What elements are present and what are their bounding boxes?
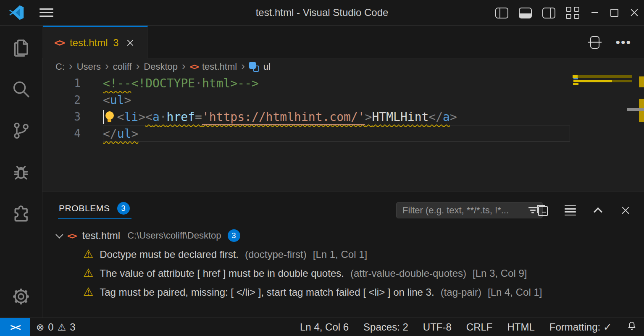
toggle-panel-icon[interactable] (519, 8, 532, 18)
formatting-label: Formatting: (549, 321, 600, 333)
close-panel-icon[interactable] (619, 204, 632, 217)
problems-tab-label: PROBLEMS (59, 203, 110, 213)
remote-indicator[interactable]: >< (0, 318, 30, 336)
lightbulb-icon[interactable] (105, 110, 114, 123)
close-window-button[interactable] (624, 0, 644, 25)
whitespace-dot: · (195, 76, 202, 90)
split-editor-icon[interactable] (590, 36, 599, 49)
run-debug-icon[interactable] (0, 158, 42, 188)
maximize-button[interactable] (605, 0, 624, 25)
problems-count-badge: 3 (117, 202, 130, 215)
editor-tab-strip: <> test.html 3 ••• (42, 26, 644, 59)
problem-row-1[interactable]: ⚠ Doctype must be declared first. (docty… (83, 245, 367, 264)
encoding-item[interactable]: UTF-8 (423, 321, 452, 333)
code-line-4[interactable]: 4 </ul> (42, 125, 644, 142)
minimap[interactable] (573, 74, 632, 129)
breadcrumb-separator: › (241, 60, 245, 73)
panel-tab-problems[interactable]: PROBLEMS 3 (59, 202, 130, 215)
code-line-1[interactable]: 1 <!--<!DOCTYPE·html>--> (42, 75, 644, 92)
toggle-primary-sidebar-icon[interactable] (495, 8, 508, 18)
tab-label: test.html (70, 37, 108, 49)
customize-layout-icon[interactable] (566, 7, 580, 19)
explorer-icon[interactable] (0, 32, 42, 63)
breadcrumb: C: › Users › coliff › Desktop › <> test.… (42, 59, 644, 75)
breadcrumb-users[interactable]: Users (77, 61, 101, 72)
line-number: 3 (42, 110, 81, 123)
menu-hamburger-icon[interactable] (39, 8, 55, 18)
problem-location: [Ln 1, Col 1] (313, 249, 367, 260)
code-line-3[interactable]: 3 <li><a·href='https://htmlhint.com/'>HT… (42, 108, 644, 125)
problem-row-2[interactable]: ⚠ The value of attribute [ href ] must b… (83, 264, 527, 283)
problem-code: (tag-pair) (441, 286, 481, 298)
code-editor[interactable]: 1 <!--<!DOCTYPE·html>--> 2 <ul> 3 <li><a… (42, 75, 644, 191)
extensions-icon[interactable] (0, 199, 42, 229)
problem-message: The value of attribute [ href ] must be … (100, 268, 344, 279)
chevron-down-icon[interactable] (55, 231, 63, 238)
error-circle-icon: ⊗ (36, 322, 44, 333)
source-control-icon[interactable] (0, 116, 42, 146)
indentation-item[interactable]: Spaces: 2 (363, 321, 408, 333)
breadcrumb-desktop[interactable]: Desktop (144, 61, 178, 72)
problem-location: [Ln 3, Col 9] (473, 268, 527, 279)
vscode-window: test.html - Visual Studio Code (0, 0, 644, 336)
code-token: < (103, 93, 110, 107)
code-link-token[interactable]: 'https://htmlhint.com/' (202, 110, 365, 124)
window-title: test.html - Visual Studio Code (256, 7, 389, 18)
minimize-button[interactable] (585, 0, 605, 25)
problem-location: [Ln 4, Col 1] (488, 286, 542, 298)
problem-message: Doctype must be declared first. (100, 249, 239, 260)
view-as-table-icon[interactable] (563, 204, 577, 217)
more-actions-icon[interactable]: ••• (615, 40, 631, 45)
code-token: </ (103, 127, 117, 141)
problems-panel: PROBLEMS 3 <> test.html C:\Users\coliff\… (42, 191, 644, 318)
code-token: HTMLHint (372, 110, 429, 124)
formatting-item[interactable]: Formatting: ✓ (549, 321, 612, 333)
html-file-icon: <> (54, 37, 64, 49)
breadcrumb-separator: › (69, 60, 73, 73)
line-number: 4 (42, 127, 81, 140)
breadcrumb-drive[interactable]: C: (55, 61, 65, 72)
tab-close-icon[interactable] (127, 39, 134, 47)
status-bar: >< ⊗ 0 ⚠ 3 Ln 4, Col 6 Spaces: 2 UTF-8 C… (0, 318, 644, 336)
problems-status-item[interactable]: ⊗ 0 ⚠ 3 (36, 318, 76, 336)
breadcrumb-coliff[interactable]: coliff (113, 61, 132, 72)
settings-gear-icon[interactable] (0, 281, 42, 312)
collapse-all-icon[interactable] (536, 204, 549, 217)
toggle-secondary-sidebar-icon[interactable] (542, 8, 555, 18)
editor-actions: ••• (590, 26, 631, 59)
symbol-element-icon (249, 62, 259, 72)
notifications-bell-icon[interactable] (626, 320, 637, 334)
panel-actions (536, 203, 632, 218)
problems-file-name: test.html (82, 230, 121, 242)
search-icon[interactable] (0, 74, 42, 104)
breadcrumb-symbol[interactable]: ul (263, 61, 271, 72)
error-count: 0 (48, 321, 53, 333)
filter-input[interactable] (402, 205, 528, 216)
breadcrumb-file[interactable]: test.html (202, 61, 237, 72)
breadcrumb-separator: › (105, 60, 109, 73)
warning-icon: ⚠ (83, 267, 93, 278)
overview-ruler[interactable] (627, 59, 644, 192)
eol-item[interactable]: CRLF (466, 321, 493, 333)
code-line-2[interactable]: 2 <ul> (42, 92, 644, 108)
tab-test-html[interactable]: <> test.html 3 (43, 26, 148, 59)
code-token: a (152, 110, 160, 124)
problems-file-row[interactable]: <> test.html C:\Users\coliff\Desktop 3 (55, 226, 240, 245)
language-mode-item[interactable]: HTML (507, 321, 535, 333)
check-icon: ✓ (603, 321, 612, 333)
problem-row-3[interactable]: ⚠ Tag must be paired, missing: [ </li> ]… (83, 283, 542, 302)
cursor-position-item[interactable]: Ln 4, Col 6 (300, 321, 349, 333)
code-token: ul (117, 127, 131, 141)
vscode-logo-icon (8, 5, 24, 20)
code-token: > (124, 93, 131, 107)
active-panel-tab-underline (58, 218, 131, 219)
tab-problem-count: 3 (113, 37, 119, 49)
code-token: </ (428, 110, 443, 124)
maximize-panel-icon[interactable] (591, 204, 605, 217)
problem-code: (attr-value-double-quotes) (350, 268, 466, 279)
code-token: html>--> (202, 76, 259, 90)
remote-icon: >< (10, 322, 20, 333)
warning-icon: ⚠ (83, 286, 93, 297)
file-problem-count-badge: 3 (228, 229, 240, 242)
code-token: < (117, 110, 124, 124)
